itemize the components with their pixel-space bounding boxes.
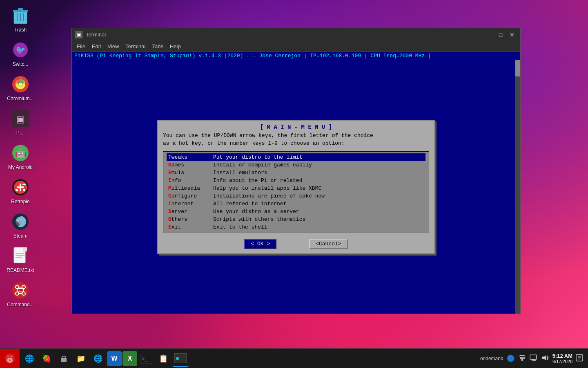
pi-label: Pi...: [16, 130, 25, 136]
svg-marker-53: [542, 355, 546, 360]
svg-point-34: [16, 285, 19, 289]
menu-item-games[interactable]: Games Install or compile games easily: [167, 161, 425, 169]
taskbar-terminal-icon[interactable]: >_: [138, 350, 154, 367]
desktop-icon-retropie[interactable]: Retropie: [4, 176, 37, 206]
svg-point-22: [22, 184, 24, 185]
bluetooth-icon[interactable]: 🔵: [507, 355, 515, 362]
system-mode-text: ondemand: [480, 356, 503, 361]
svg-point-42: [9, 359, 11, 361]
desktop-icon-switcher[interactable]: 🐦 Switc...: [4, 38, 37, 69]
svg-text:🤖: 🤖: [15, 148, 27, 159]
desktop-icon-steam[interactable]: Steam: [4, 210, 37, 240]
steam-icon: [11, 212, 30, 231]
desktop-icon-pi[interactable]: ▣ Pi...: [4, 107, 37, 137]
svg-rect-2: [18, 8, 23, 10]
taskbar-chromium-icon[interactable]: 🌐: [90, 350, 106, 367]
dialog-buttons: < OK > <Cancel>: [158, 236, 434, 253]
menu-file[interactable]: File: [74, 43, 89, 50]
menu-item-exit[interactable]: Exit Exit to the shell: [167, 223, 425, 231]
maximize-button[interactable]: □: [496, 31, 506, 39]
menu-view[interactable]: View: [104, 43, 122, 50]
readme-label: README.txt: [7, 267, 34, 273]
android-label: My Android: [8, 164, 33, 170]
svg-point-20: [16, 189, 18, 191]
command-label: Command...: [7, 302, 33, 307]
pi-icon: ▣: [11, 109, 30, 128]
menu-list[interactable]: Tweaks Put your distro to the limit Game…: [163, 151, 429, 233]
main-menu-dialog: [ M A I N - M E N U ] You can use the UP…: [157, 120, 435, 254]
taskbar-raspberry-icon[interactable]: 🍓: [38, 350, 55, 367]
chromium-label: Chromium...: [7, 96, 33, 101]
menu-item-emula[interactable]: Emula Install emulators: [167, 169, 425, 177]
svg-text:🐦: 🐦: [16, 45, 26, 55]
command-icon: [11, 280, 30, 300]
taskbar-items: 🌐 🍓 📁 🌐 W X >_ 📋: [20, 349, 475, 368]
menu-tabs[interactable]: Tabs: [149, 43, 166, 50]
taskbar-start-button[interactable]: [0, 349, 20, 368]
network-status-icon[interactable]: [518, 355, 526, 362]
scrollbar-thumb[interactable]: [515, 60, 520, 76]
svg-rect-29: [23, 247, 27, 251]
desktop-icon-android[interactable]: 🤖 My Android: [4, 141, 37, 172]
terminal-status-text: PiKISS (Pi Keeping It Simple, Stupid!) v…: [74, 53, 518, 59]
menu-edit[interactable]: Edit: [89, 43, 104, 50]
taskbar-terminal2-icon[interactable]: ▣: [172, 350, 189, 367]
dialog-header: [ M A I N - M E N U ] You can use the UP…: [158, 121, 434, 148]
menu-item-multimedia[interactable]: Multimedia Help you to install apps like…: [167, 184, 425, 192]
taskbar-lock-icon[interactable]: [56, 350, 72, 367]
svg-rect-51: [532, 359, 535, 360]
menu-item-info[interactable]: Info Info about the Pi or related: [167, 177, 425, 184]
volume-icon[interactable]: [541, 355, 549, 362]
terminal-scrollbar[interactable]: [515, 60, 520, 314]
menu-item-configure[interactable]: Configure Installations are piece of cak…: [167, 192, 425, 200]
trash-icon: [11, 6, 30, 25]
menu-item-tweaks[interactable]: Tweaks Put your distro to the limit: [167, 153, 425, 161]
chromium-icon: [11, 74, 30, 94]
readme-icon: [11, 246, 30, 266]
terminal-titlebar: ▣ Terminal - ─ □ ✕: [72, 28, 520, 41]
menu-terminal[interactable]: Terminal: [122, 43, 149, 50]
clock-time: 5:12 AM: [552, 353, 572, 359]
svg-point-37: [22, 292, 25, 295]
menu-item-server[interactable]: Server Use your distro as a server: [167, 208, 425, 215]
taskbar-network-icon[interactable]: 🌐: [21, 350, 38, 367]
desktop-icon-readme[interactable]: README.txt: [4, 245, 37, 275]
desktop-icon-chromium[interactable]: Chromium...: [4, 73, 37, 103]
svg-point-21: [23, 189, 25, 191]
retropie-icon: [11, 177, 30, 197]
display-icon[interactable]: [530, 355, 538, 362]
svg-rect-49: [520, 357, 524, 359]
cancel-button[interactable]: <Cancel>: [309, 239, 347, 249]
taskbar-clock[interactable]: 5:12 AM 6/17/2020: [552, 353, 572, 364]
taskbar-right: ondemand 🔵: [475, 353, 588, 364]
desktop-icons-column: Trash 🐦 Switc... Chromium...: [4, 4, 37, 309]
raspberry-icon: [4, 353, 16, 364]
taskbar-doc-icon[interactable]: 📋: [155, 350, 172, 367]
menu-item-internet[interactable]: Internet All refered to internet: [167, 200, 425, 208]
close-button[interactable]: ✕: [507, 31, 517, 39]
terminal-status-bar: PiKISS (Pi Keeping It Simple, Stupid!) v…: [72, 52, 520, 60]
svg-point-40: [10, 355, 13, 358]
switcher-label: Switc...: [13, 61, 29, 67]
taskbar-files-icon[interactable]: 📁: [73, 350, 89, 367]
notification-icon[interactable]: [576, 354, 583, 363]
taskbar-word-icon[interactable]: W: [107, 351, 122, 366]
minimize-button[interactable]: ─: [484, 31, 494, 39]
terminal-title-text: Terminal -: [86, 31, 484, 38]
menu-item-others[interactable]: Others Scripts with others thematics: [167, 215, 425, 223]
terminal-content[interactable]: [ M A I N - M E N U ] You can use the UP…: [72, 60, 520, 314]
desktop-icon-command[interactable]: Command...: [4, 279, 37, 309]
ok-button[interactable]: < OK >: [244, 239, 276, 249]
terminal-title-icon: ▣: [75, 31, 82, 38]
menu-help[interactable]: Help: [167, 43, 184, 50]
taskbar-excel-icon[interactable]: X: [122, 351, 137, 366]
svg-point-23: [24, 184, 26, 185]
terminal-window: ▣ Terminal - ─ □ ✕ File Edit View Termin…: [71, 28, 521, 314]
svg-rect-43: [61, 358, 67, 362]
svg-point-35: [22, 285, 25, 289]
svg-text:▣: ▣: [176, 356, 179, 361]
svg-point-39: [7, 355, 9, 358]
desktop-icon-trash[interactable]: Trash: [4, 4, 37, 34]
dialog-subtitle: You can use the UP/DOWN arrow keys, the …: [163, 132, 429, 147]
clock-date: 6/17/2020: [552, 359, 572, 364]
